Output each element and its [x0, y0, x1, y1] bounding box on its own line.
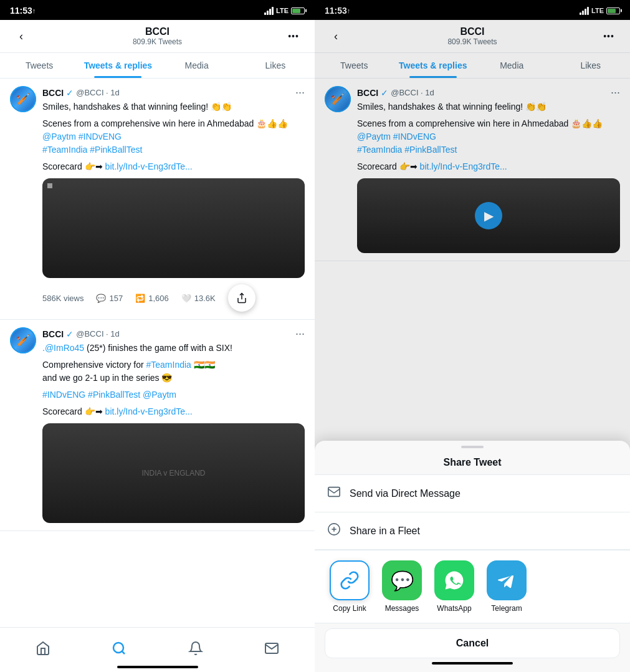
nav-search-button[interactable]	[107, 636, 131, 665]
left-more-button[interactable]: •••	[282, 25, 305, 47]
telegram-app[interactable]: Telegram	[484, 560, 529, 613]
nav-home-button[interactable]	[31, 636, 55, 665]
right-home-indicator	[432, 662, 513, 665]
tweet-1-hashtags[interactable]: #TeamIndia #PinkBallTest	[42, 145, 142, 155]
right-header-center: BCCI 809.9K Tweets	[447, 26, 497, 46]
left-tweet-list: 🏏 BCCI ✓ @BCCI · 1d ··· Smiles, handshak…	[0, 79, 315, 672]
tweet-2-more-button[interactable]: ···	[295, 327, 305, 340]
svg-rect-3	[328, 487, 340, 497]
tweet-1-paytm-link[interactable]: @Paytm #INDvENG	[42, 132, 122, 142]
tweet-1-image	[42, 178, 305, 278]
tweet-1-reply-count: 157	[109, 294, 123, 303]
right-signal-icon	[580, 7, 589, 15]
right-phone-panel: 11:53 ↑ LTE ‹ BCCI 809.9K Tweets	[315, 0, 630, 672]
tweet-1-body1: Smiles, handshakes & that winning feelin…	[42, 100, 305, 113]
share-in-fleet-item[interactable]: Share in a Fleet	[315, 512, 630, 550]
right-tweet-1-meta: BCCI ✓ @BCCI · 1d ··· Smiles, handshakes…	[357, 86, 620, 253]
tab-tweets-left[interactable]: Tweets	[0, 53, 79, 78]
share-tweet-sheet: Share Tweet Send via Direct Message Shar…	[315, 441, 630, 672]
right-header-subtitle: 809.9K Tweets	[447, 37, 497, 46]
tweet-1-handle: @BCCI · 1d	[76, 88, 120, 97]
tab-tweets-right[interactable]: Tweets	[315, 53, 394, 78]
right-tweet-1-paytm-link[interactable]: @Paytm #INDvENG	[357, 132, 436, 142]
right-header: ‹ BCCI 809.9K Tweets •••	[315, 20, 630, 53]
right-header-title: BCCI	[447, 26, 497, 37]
tweet-2-meta: BCCI ✓ @BCCI · 1d ··· .@ImRo45 (25*) fin…	[42, 327, 305, 523]
telegram-label: Telegram	[491, 604, 522, 613]
messages-icon: 💬	[382, 560, 422, 600]
tab-tweets-replies-left[interactable]: Tweets & replies	[79, 53, 157, 78]
tweet-2-handle: @BCCI · 1d	[76, 329, 120, 338]
right-more-button[interactable]: •••	[598, 25, 620, 47]
tweet-1-retweets-stat[interactable]: 🔁 1,606	[135, 294, 169, 303]
tweet-1-author-row: BCCI ✓ @BCCI · 1d ···	[42, 86, 305, 99]
right-lte-label: LTE	[591, 7, 604, 14]
tweet-1-author: BCCI	[42, 88, 64, 98]
right-battery-icon	[606, 7, 620, 14]
tweet-2-author-row: BCCI ✓ @BCCI · 1d ···	[42, 327, 305, 340]
right-tweet-1-body2: Scenes from a comprehensive win here in …	[357, 117, 620, 156]
tab-tweets-replies-right[interactable]: Tweets & replies	[394, 53, 473, 78]
tweet-2-image-inner: INDIA v ENGLAND	[42, 423, 305, 523]
tweet-card-2: 🏏 BCCI ✓ @BCCI · 1d ··· .@ImRo45 (25*) f…	[0, 320, 315, 531]
tweet-1-verified-icon: ✓	[66, 88, 74, 98]
tweet-1-scorecard-link[interactable]: bit.ly/Ind-v-Eng3rdTe...	[105, 161, 193, 171]
whatsapp-icon	[434, 560, 474, 600]
left-signal-icon	[264, 7, 274, 15]
right-tweet-1-author: BCCI	[357, 88, 378, 98]
tweet-1-replies-stat[interactable]: 💬 157	[96, 294, 123, 303]
right-tweet-1-verified-icon: ✓	[381, 88, 388, 98]
right-tweet-1-play-button[interactable]: ▶	[475, 202, 502, 229]
send-direct-message-item[interactable]: Send via Direct Message	[315, 475, 630, 512]
right-status-right: LTE	[580, 7, 620, 15]
tweet-1-avatar: 🏏	[10, 86, 36, 112]
left-phone-panel: 11:53 ↑ LTE ‹ BCCI 809.9K Tweets ••• Twe…	[0, 0, 315, 672]
send-dm-label: Send via Direct Message	[350, 488, 461, 499]
tweet-2-scorecard-link[interactable]: bit.ly/Ind-v-Eng3rdTe...	[105, 406, 193, 416]
tweet-2-mention[interactable]: .@ImRo45	[42, 343, 84, 353]
right-tweet-1-more-button[interactable]: ···	[611, 86, 620, 99]
nav-mail-button[interactable]	[259, 636, 284, 665]
tab-likes-left[interactable]: Likes	[236, 53, 315, 78]
right-tweet-1-hashtags[interactable]: #TeamIndia #PinkBallTest	[357, 145, 457, 155]
fleet-icon	[327, 522, 341, 539]
right-tweet-1-header: 🏏 BCCI ✓ @BCCI · 1d ··· Smiles, handshak…	[325, 86, 620, 253]
tweet-2-teamindia-link[interactable]: #TeamIndia	[146, 360, 191, 370]
left-home-indicator	[117, 666, 198, 668]
tweet-2-body1: .@ImRo45 (25*) finishes the game off wit…	[42, 342, 305, 355]
copy-link-app[interactable]: Copy Link	[327, 560, 372, 613]
messages-app[interactable]: 💬 Messages	[379, 560, 424, 613]
nav-bell-button[interactable]	[183, 636, 208, 665]
tweet-1-share-button[interactable]	[228, 284, 255, 312]
left-status-bar: 11:53 ↑ LTE	[0, 0, 315, 20]
right-tweet-1-avatar: 🏏	[325, 86, 351, 112]
right-tabs: Tweets Tweets & replies Media Likes	[315, 53, 630, 79]
left-lte-label: LTE	[276, 7, 289, 14]
right-back-button[interactable]: ‹	[325, 25, 347, 47]
copy-link-label: Copy Link	[333, 604, 366, 613]
whatsapp-app[interactable]: WhatsApp	[432, 560, 477, 613]
tweet-1-stats: 586K views 💬 157 🔁 1,606 🤍 13.6K	[42, 284, 305, 312]
right-tweet-1-scorecard: Scorecard 👉➡ bit.ly/Ind-v-Eng3rdTe...	[357, 160, 620, 173]
cancel-button[interactable]: Cancel	[325, 628, 620, 658]
right-tweet-card-1: 🏏 BCCI ✓ @BCCI · 1d ··· Smiles, handshak…	[315, 79, 630, 261]
tab-media-left[interactable]: Media	[158, 53, 236, 78]
tweet-2-header: 🏏 BCCI ✓ @BCCI · 1d ··· .@ImRo45 (25*) f…	[10, 327, 305, 523]
sheet-title: Share Tweet	[315, 448, 630, 474]
svg-line-2	[122, 651, 125, 653]
tweet-1-scorecard: Scorecard 👉➡ bit.ly/Ind-v-Eng3rdTe...	[42, 160, 305, 173]
tab-likes-right[interactable]: Likes	[551, 53, 631, 78]
tweet-2-hashtag-links[interactable]: #INDvENG #PinkBallTest @Paytm	[42, 390, 176, 400]
tweet-1-likes-stat[interactable]: 🤍 13.6K	[181, 294, 216, 303]
right-status-bar: 11:53 ↑ LTE	[315, 0, 630, 20]
telegram-icon	[487, 560, 527, 600]
left-back-button[interactable]: ‹	[10, 25, 32, 47]
share-apps-row: Copy Link 💬 Messages WhatsApp	[315, 550, 630, 623]
right-tweet-1-scorecard-link[interactable]: bit.ly/Ind-v-Eng3rdTe...	[420, 161, 507, 171]
whatsapp-label: WhatsApp	[437, 604, 471, 613]
tab-media-right[interactable]: Media	[472, 53, 551, 78]
tweet-1-retweet-count: 1,606	[148, 294, 169, 303]
right-tweet-1-author-row: BCCI ✓ @BCCI · 1d ···	[357, 86, 620, 99]
tweet-1-more-button[interactable]: ···	[295, 86, 305, 99]
left-header-center: BCCI 809.9K Tweets	[133, 26, 182, 46]
